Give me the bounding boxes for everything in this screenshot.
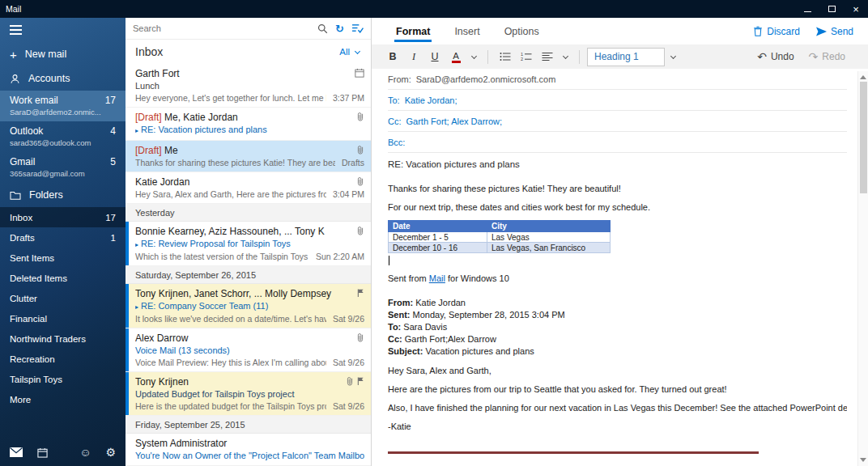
quoted-sent-value: Monday, September 28, 2015 3:04 PM bbox=[411, 310, 565, 320]
table-header-cell[interactable]: Date bbox=[389, 221, 487, 232]
scroll-up-arrow-icon[interactable] bbox=[860, 75, 866, 79]
sidebar-item-tailspin-toys[interactable]: Tailspin Toys bbox=[0, 369, 126, 389]
list-item[interactable]: System Administrator You're Now an Owner… bbox=[126, 434, 371, 466]
hamburger-icon bbox=[10, 25, 22, 27]
selection-mode-button[interactable] bbox=[351, 23, 364, 33]
scroll-down-arrow-icon[interactable] bbox=[860, 458, 866, 462]
numbered-list-icon: 12 bbox=[521, 52, 532, 61]
paragraph-align-button[interactable] bbox=[538, 47, 557, 66]
sidebar-item-financial[interactable]: Financial bbox=[0, 308, 126, 328]
feedback-button[interactable]: ☺ bbox=[79, 447, 91, 458]
numbered-list-button[interactable]: 12 bbox=[517, 47, 536, 66]
sidebar-item-clutter[interactable]: Clutter bbox=[0, 288, 126, 308]
list-item[interactable]: Katie Jordan Hey Sara, Alex and Garth, H… bbox=[126, 172, 371, 204]
table-cell[interactable]: Las Vegas, San Francisco bbox=[487, 243, 611, 253]
minimize-button[interactable] bbox=[795, 0, 819, 18]
search-input[interactable] bbox=[133, 23, 310, 33]
font-color-button[interactable]: A bbox=[446, 47, 466, 66]
style-selector[interactable]: Heading 1 bbox=[587, 48, 665, 66]
sidebar-account-gmail[interactable]: Gmail5 365sarad@gmail.com bbox=[0, 152, 126, 183]
sidebar-item-northwind-traders[interactable]: Northwind Traders bbox=[0, 328, 126, 349]
itinerary-table[interactable]: Date City December 1 - 5 Las Vegas Decem… bbox=[388, 220, 611, 253]
list-item[interactable]: Bonnie Kearney, Aziz Hassouneh, ... Tony… bbox=[126, 222, 371, 266]
paragraph-formatting-dropdown[interactable] bbox=[559, 47, 572, 66]
hamburger-menu-button[interactable] bbox=[0, 18, 126, 42]
list-item[interactable]: Tony Krijnen Updated Budget for Tailspin… bbox=[126, 372, 371, 416]
tab-options[interactable]: Options bbox=[504, 18, 539, 44]
list-item[interactable]: Alex Darrow Voice Mail (13 seconds) Voic… bbox=[126, 328, 371, 372]
vertical-scrollbar[interactable] bbox=[857, 71, 868, 466]
sidebar-item-deleted-items[interactable]: Deleted Items bbox=[0, 268, 126, 288]
list-item[interactable]: Garth Fort Lunch Hey everyone, Let's get… bbox=[126, 64, 371, 108]
sidebar-item-more[interactable]: More bbox=[0, 389, 126, 409]
calendar-icon bbox=[37, 447, 48, 458]
style-dropdown[interactable] bbox=[666, 47, 679, 66]
sync-icon: ↻ bbox=[335, 23, 344, 35]
message-sender: Garth Fort bbox=[135, 67, 350, 80]
to-field[interactable]: To: Katie Jordan; bbox=[388, 90, 847, 111]
table-header-row: Date City bbox=[389, 221, 611, 232]
paperclip-icon bbox=[356, 333, 364, 343]
section-header-friday: Friday, September 25, 2015 bbox=[126, 416, 371, 434]
filter-dropdown[interactable]: All bbox=[339, 47, 361, 57]
sidebar-item-recreation[interactable]: Recreation bbox=[0, 349, 126, 369]
tab-insert[interactable]: Insert bbox=[454, 18, 479, 44]
to-recipients[interactable]: Katie Jordan; bbox=[405, 95, 457, 105]
message-sender: Alex Darrow bbox=[135, 332, 351, 345]
folders-header[interactable]: Folders bbox=[0, 183, 126, 207]
table-cell[interactable]: December 10 - 16 bbox=[389, 243, 487, 253]
sync-button[interactable]: ↻ bbox=[335, 23, 344, 34]
from-field[interactable]: From: SaraD@arfdemo2.onmicrosoft.com bbox=[388, 69, 847, 90]
accounts-header[interactable]: Accounts bbox=[0, 66, 126, 91]
expand-arrow-icon[interactable]: ▸ bbox=[135, 303, 138, 311]
list-item[interactable]: [Draft] Me, Katie Jordan ▸RE: Vacation p… bbox=[126, 108, 371, 141]
table-cell[interactable]: Las Vegas bbox=[487, 232, 611, 243]
list-item[interactable]: Tony Krijnen, Janet Schorr, ... Molly De… bbox=[126, 284, 371, 328]
text-cursor bbox=[389, 256, 389, 265]
table-header-cell[interactable]: City bbox=[487, 221, 611, 232]
search-button[interactable] bbox=[317, 23, 328, 34]
discard-button[interactable]: Discard bbox=[753, 26, 800, 37]
sidebar-item-drafts[interactable]: Drafts1 bbox=[0, 227, 126, 248]
sidebar-account-outlook[interactable]: Outlook4 sarad365@outlook.com bbox=[0, 121, 126, 152]
body-paragraph[interactable]: Thanks for sharing these pictures Katie!… bbox=[388, 183, 847, 194]
close-button[interactable]: × bbox=[844, 0, 868, 18]
envelope-icon bbox=[10, 447, 23, 457]
folder-count: 1 bbox=[111, 233, 116, 243]
mail-app-button[interactable] bbox=[10, 447, 23, 457]
scrollbar-thumb[interactable] bbox=[860, 82, 867, 193]
table-cell[interactable]: December 1 - 5 bbox=[389, 232, 487, 243]
maximize-button[interactable] bbox=[819, 0, 844, 18]
message-sender: Katie Jordan bbox=[135, 176, 351, 189]
bullet-list-button[interactable] bbox=[496, 47, 515, 66]
sidebar-item-inbox[interactable]: Inbox17 bbox=[0, 207, 126, 227]
cc-field[interactable]: Cc: Garth Fort; Alex Darrow; bbox=[388, 111, 847, 132]
expand-arrow-icon[interactable]: ▸ bbox=[135, 241, 138, 248]
settings-button[interactable]: ⚙ bbox=[105, 447, 116, 458]
bcc-field[interactable]: Bcc: bbox=[388, 132, 847, 153]
mail-link[interactable]: Mail bbox=[429, 273, 445, 283]
message-folder-label: Drafts bbox=[342, 157, 364, 168]
font-formatting-dropdown[interactable] bbox=[467, 47, 480, 66]
new-mail-button[interactable]: + New mail bbox=[0, 42, 126, 66]
calendar-app-button[interactable] bbox=[37, 447, 48, 458]
tab-format[interactable]: Format bbox=[396, 18, 430, 44]
underline-button[interactable]: U bbox=[425, 47, 445, 66]
list-item-selected[interactable]: [Draft] Me Thanks for sharing these pict… bbox=[126, 141, 371, 172]
bold-button[interactable]: B bbox=[383, 47, 402, 66]
quoted-paragraph: Here are the pictures from our trip to S… bbox=[388, 383, 847, 395]
sidebar-account-work-email[interactable]: Work email17 SaraD@arfdemo2.onmic... bbox=[0, 91, 126, 121]
font-color-swatch bbox=[452, 61, 461, 63]
body-paragraph[interactable]: For our next trip, these dates and citie… bbox=[388, 201, 847, 213]
search-bar: ↻ bbox=[126, 18, 371, 40]
italic-button[interactable]: I bbox=[404, 47, 423, 66]
quoted-message-header: From: Katie Jordan Sent: Monday, Septemb… bbox=[388, 297, 847, 358]
send-button[interactable]: Send bbox=[816, 26, 853, 37]
redo-button[interactable]: ↷Redo bbox=[809, 51, 845, 62]
expand-arrow-icon[interactable]: ▸ bbox=[135, 127, 138, 134]
subject-field[interactable]: RE: Vacation pictures and plans bbox=[388, 153, 847, 176]
gear-icon: ⚙ bbox=[105, 446, 116, 459]
sidebar-item-sent-items[interactable]: Sent Items bbox=[0, 248, 126, 268]
cc-recipients[interactable]: Garth Fort; Alex Darrow; bbox=[406, 116, 503, 126]
undo-button[interactable]: ↶Undo bbox=[757, 51, 794, 62]
